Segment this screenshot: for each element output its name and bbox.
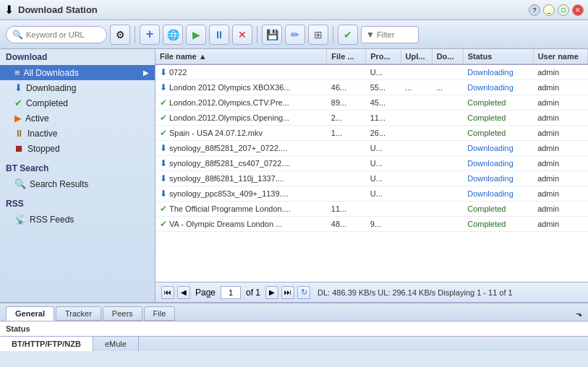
cell-filename: ✔London.2012.Olympics.CTV.Pre...	[155, 95, 327, 111]
col-status[interactable]: Status	[463, 49, 533, 64]
cell-progress	[366, 202, 401, 217]
sidebar-item-completed[interactable]: ✔ Completed	[0, 95, 155, 111]
col-progress[interactable]: Pro...	[366, 49, 401, 64]
app-title: Download Station	[18, 4, 529, 15]
pause-button[interactable]: ⏸	[209, 25, 229, 45]
col-username[interactable]: User name	[533, 49, 587, 64]
maximize-button[interactable]: □	[558, 4, 569, 16]
sidebar-item-active[interactable]: ▶ Active	[0, 111, 155, 126]
main-layout: Download ≡ All Downloads ▶ ⬇ Downloading…	[0, 49, 588, 302]
filter-input[interactable]	[377, 30, 420, 39]
sidebar-item-search[interactable]: 🔍 Search Results	[0, 176, 155, 191]
cell-username: admin	[533, 186, 587, 202]
bottom-panel: General Tracker Peers File ⬎ Status	[0, 302, 588, 336]
sidebar-item-label-active: Active	[25, 113, 49, 124]
close-button[interactable]: ✕	[572, 4, 584, 16]
table-row[interactable]: ⬇London 2012 Olympics XBOX36... 46... 55…	[155, 80, 588, 95]
tab-emule[interactable]: eMule	[93, 337, 139, 351]
tab-tracker[interactable]: Tracker	[56, 306, 101, 321]
table-row[interactable]: ✔The Official Programme London.... 11...…	[155, 202, 588, 217]
first-page-button[interactable]: ⏮	[161, 286, 174, 299]
prev-page-button[interactable]: ◀	[177, 286, 190, 299]
cell-filename: ⬇synology_88f5281_207+_0722....	[155, 141, 327, 156]
search-box[interactable]: 🔍	[6, 26, 107, 43]
expand-icon[interactable]: ⬎	[576, 309, 582, 319]
stop-button[interactable]: ✕	[232, 25, 252, 45]
page-input[interactable]	[221, 286, 241, 299]
save-button[interactable]: 💾	[262, 25, 282, 45]
search-input[interactable]	[26, 30, 106, 39]
play-button[interactable]: ▶	[186, 25, 206, 45]
sidebar-item-downloading[interactable]: ⬇ Downloading	[0, 80, 155, 95]
sidebar-item-stopped[interactable]: ⏹ Stopped	[0, 141, 155, 156]
table-row[interactable]: ✔London.2012.Olympics.Opening... 2... 11…	[155, 111, 588, 126]
cell-status: Completed	[463, 126, 533, 141]
cell-upload	[401, 186, 432, 202]
table-row[interactable]: ✔Spain - USA 24.07.12.mkv 1... 26... Com…	[155, 126, 588, 141]
chevron-right-icon: ▶	[143, 69, 149, 77]
search-icon: 🔍	[12, 30, 23, 40]
minimize-button[interactable]: _	[543, 4, 555, 16]
toolbar-separator-1	[135, 26, 135, 43]
next-page-button[interactable]: ▶	[265, 286, 278, 299]
protocol-tabs: BT/HTTP/FTP/NZB eMule	[0, 336, 588, 351]
cell-username: admin	[533, 171, 587, 186]
tab-bt-http[interactable]: BT/HTTP/FTP/NZB	[0, 337, 93, 351]
tab-file[interactable]: File	[144, 306, 176, 321]
downloading-icon: ⬇	[14, 82, 22, 93]
add-button[interactable]: +	[140, 25, 160, 45]
check-button[interactable]: ✔	[338, 25, 358, 45]
globe-button[interactable]: 🌐	[163, 25, 183, 45]
table-row[interactable]: ⬇synology_88f5281_207+_0722.... U... Dow…	[155, 141, 588, 156]
cell-filename: ⬇synology_88f5281_cs407_0722....	[155, 156, 327, 171]
table-row[interactable]: ✔London.2012.Olympics.CTV.Pre... 89... 4…	[155, 95, 588, 111]
col-upload[interactable]: Upl...	[401, 49, 432, 64]
tab-peers[interactable]: Peers	[103, 306, 142, 321]
sidebar-bt-header: BT Search	[0, 160, 155, 176]
settings-button[interactable]: ⚙	[110, 25, 130, 45]
active-icon: ▶	[14, 113, 22, 124]
table-row[interactable]: ⬇synology_88f5281_cs407_0722.... U... Do…	[155, 156, 588, 171]
col-filesize[interactable]: File ...	[327, 49, 366, 64]
table-row[interactable]: ✔VA - Olympic Dreams London ... 48... 9.…	[155, 217, 588, 232]
tab-general[interactable]: General	[6, 306, 54, 321]
cell-progress: 45...	[366, 95, 401, 111]
cell-upload	[401, 95, 432, 111]
toolbar-separator-2	[257, 26, 257, 43]
cell-download	[432, 156, 463, 171]
cell-download	[432, 217, 463, 232]
grid-button[interactable]: ⊞	[308, 25, 328, 45]
sidebar-item-inactive[interactable]: ⏸ Inactive	[0, 126, 155, 141]
cell-username: admin	[533, 64, 587, 80]
filter-box[interactable]: ▼	[361, 26, 419, 43]
cell-username: admin	[533, 202, 587, 217]
help-button[interactable]: ?	[529, 4, 540, 16]
col-filename[interactable]: File name ▲	[155, 49, 327, 64]
table-row[interactable]: ⬇synology_88f6281_110j_1337.... U... Dow…	[155, 171, 588, 186]
sidebar-item-all[interactable]: ≡ All Downloads ▶	[0, 65, 155, 80]
cell-upload	[401, 217, 432, 232]
sidebar-item-label-completed: Completed	[26, 98, 68, 108]
cell-filesize: 11...	[327, 202, 366, 217]
cell-status: Downloading	[463, 186, 533, 202]
last-page-button[interactable]: ⏭	[281, 286, 294, 299]
sidebar-item-rss[interactable]: 📡 RSS Feeds	[0, 212, 155, 227]
edit-button[interactable]: ✏	[285, 25, 305, 45]
refresh-button[interactable]: ↻	[297, 286, 310, 299]
download-table[interactable]: File name ▲ File ... Pro... Upl... Do...…	[155, 49, 588, 282]
cell-download	[432, 126, 463, 141]
pagination-status: DL: 486.39 KB/s UL: 296.14 KB/s Displayi…	[318, 288, 513, 297]
col-download[interactable]: Do...	[432, 49, 463, 64]
cell-download	[432, 202, 463, 217]
table-row[interactable]: ⬇synology_ppc853x_409+_1139.... U... Dow…	[155, 186, 588, 202]
table-row[interactable]: ⬇0722 U... Downloading admin	[155, 64, 588, 80]
sidebar-item-label-rss: RSS Feeds	[30, 215, 74, 225]
page-of-label: of 1	[246, 288, 260, 298]
inactive-icon: ⏸	[14, 128, 24, 139]
app-icon: ⬇	[4, 3, 14, 17]
cell-username: admin	[533, 217, 587, 232]
sidebar: Download ≡ All Downloads ▶ ⬇ Downloading…	[0, 49, 155, 302]
window-buttons: ? _ □ ✕	[529, 4, 584, 16]
cell-upload	[401, 64, 432, 80]
sidebar-item-label-stopped: Stopped	[27, 144, 60, 154]
